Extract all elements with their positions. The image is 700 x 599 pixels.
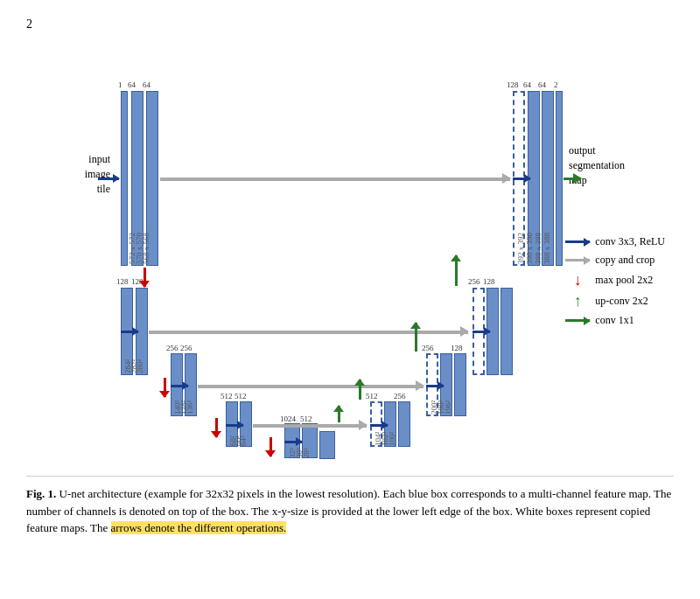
sizelabel-100: 100² (388, 432, 396, 446)
input-label: input image tile (51, 152, 110, 196)
gray-arrow-2 (149, 331, 468, 334)
toplabel-512-dec4: 512 (366, 392, 378, 400)
green-up-3 (359, 380, 361, 400)
red-arrow-2 (164, 378, 166, 397)
toplabel-128-dec2: 128 (483, 277, 495, 286)
toplabel-256-dec4: 256 (394, 392, 406, 400)
diagram-container: 1 64 64 572 x 572 570 x 570 568 x 568 in… (26, 38, 674, 467)
legend-conv3x3: conv 3x3, ReLU (565, 235, 665, 248)
green-arrow-out (564, 178, 581, 180)
sizelabel-392: 392 x 392 (516, 233, 525, 264)
green-up-1 (455, 255, 458, 286)
legend-copy-crop: copy and crop (565, 254, 665, 267)
legend: conv 3x3, ReLU copy and crop ↓ max pool … (565, 235, 665, 327)
toplabel-64a: 64 (128, 80, 136, 89)
box-dec2-ch64 (500, 288, 513, 375)
figure-caption: Fig. 1. U-net architecture (example for … (26, 476, 674, 537)
sizelabel-136: 136² (186, 400, 194, 414)
arrow-enc4-blue (226, 424, 243, 427)
caption-highlighted: arrows denote the different operations. (111, 521, 287, 534)
legend-conv1x1-label: conv 1x1 (595, 314, 634, 327)
toplabel-1: 1 (118, 80, 122, 89)
toplabel-256-dec2: 256 (468, 277, 480, 286)
toplabel-512-bot: 512 (300, 414, 312, 423)
legend-maxpool-label: max pool 2x2 (595, 274, 653, 287)
toplabel-128a-enc: 128 (116, 277, 129, 286)
toplabel-256a-enc: 256 (166, 344, 178, 352)
gray-arrow-1 (160, 178, 510, 181)
legend-maxpool-icon: ↓ (565, 272, 590, 288)
sizelabel-388a: 388 x 388 (534, 233, 542, 264)
toplabel-1024a: 1024 (280, 414, 296, 423)
box-bot-ch1024b (319, 431, 335, 459)
arrow-enc3-blue (171, 385, 188, 387)
legend-conv1x1: conv 1x1 (565, 314, 665, 327)
red-arrow-1 (144, 268, 146, 287)
red-arrow-3 (215, 418, 218, 437)
toplabel-512a-enc: 512 (220, 392, 233, 400)
red-arrow-4 (270, 437, 272, 456)
legend-copy-crop-label: copy and crop (595, 254, 654, 267)
toplabel-2-dec1: 2 (554, 80, 558, 89)
caption-bold: Fig. 1. (26, 487, 56, 500)
toplabel-64b: 64 (143, 80, 150, 89)
sizelabel-196: 196² (444, 400, 452, 414)
arrow-dec1-blue (513, 178, 530, 180)
sizelabel-390: 390 x 390 (525, 233, 534, 264)
box-dec4-ch256 (398, 401, 410, 447)
legend-upconv: ↑ up-conv 2x2 (565, 293, 665, 309)
arrow-dec3-blue (426, 385, 444, 387)
green-up-2 (415, 323, 417, 352)
green-up-4 (338, 406, 340, 422)
sizelabel-64: 64² (239, 435, 248, 446)
toplabel-256-dec3: 256 (422, 344, 434, 352)
arrow-bot-blue (284, 441, 302, 443)
toplabel-512b-enc: 512 (234, 392, 247, 400)
arrow-dec4-blue (370, 424, 388, 427)
sizelabel-388b: 388 x 388 (542, 233, 551, 264)
toplabel-64a-dec1: 64 (523, 80, 531, 89)
box-dec1-ch2 (556, 91, 563, 266)
input-arrow (98, 178, 119, 180)
gray-arrow-3 (198, 385, 424, 388)
box-enc1-ch1 (121, 91, 128, 266)
box-dec3-ch128 (454, 353, 466, 416)
gray-arrow-4 (253, 424, 367, 428)
sizelabel-28: 28² (302, 448, 311, 458)
sizelabel-568: 568 x 568 (142, 233, 150, 264)
legend-upconv-label: up-conv 2x2 (595, 295, 648, 308)
toplabel-128-dec3: 128 (451, 344, 463, 352)
sizelabel-280: 280² (136, 359, 144, 373)
arrow-enc2-blue (121, 331, 138, 333)
toplabel-64b-dec1: 64 (538, 80, 546, 89)
legend-conv3x3-label: conv 3x3, ReLU (595, 235, 665, 248)
legend-upconv-icon: ↑ (565, 293, 590, 309)
legend-maxpool: ↓ max pool 2x2 (565, 272, 665, 288)
toplabel-256b-enc: 256 (180, 344, 192, 352)
page-number: 2 (26, 17, 674, 31)
toplabel-128-dec1: 128 (507, 80, 519, 89)
arrow-dec2-blue (472, 331, 490, 333)
